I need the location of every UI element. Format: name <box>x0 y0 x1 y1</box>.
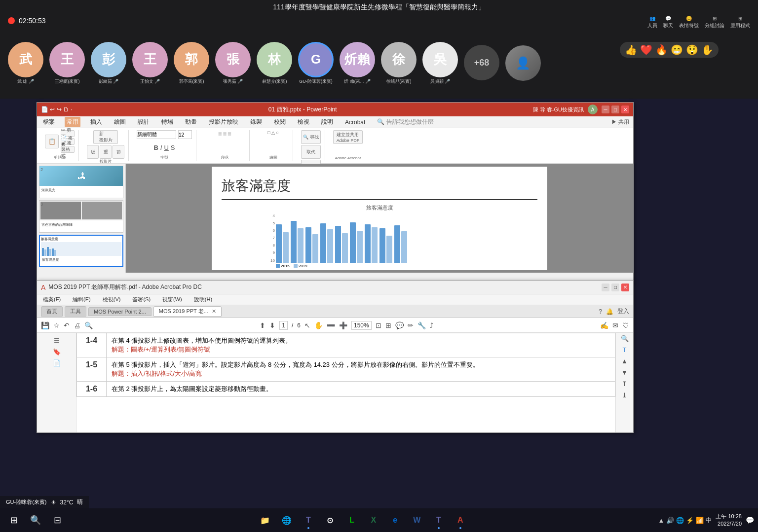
participant-11[interactable]: 吳吳貞穎 🎤 <box>422 42 458 85</box>
reaction-emoji-5[interactable]: ✋ <box>701 44 714 56</box>
reaction-emoji-4[interactable]: 😲 <box>686 44 698 56</box>
ppt-restore-button[interactable]: □ <box>611 106 619 113</box>
pdf-undo-icon[interactable]: ↶ <box>64 321 70 329</box>
italic-button[interactable]: I <box>160 144 162 151</box>
menu-search[interactable]: 🔍 告訴我您想做什麼 <box>375 117 435 127</box>
share-button[interactable]: ▶ 共用 <box>611 118 629 126</box>
pdf-sidebar-pages-icon[interactable]: 📄 <box>53 359 61 367</box>
reset-button[interactable]: 重 <box>100 145 112 159</box>
participant-1[interactable]: 武武 雄 🎤 <box>8 42 43 85</box>
pdf-print-icon[interactable]: 🖨 <box>74 321 80 329</box>
apps-button[interactable]: ⊞ 應用程式 <box>730 16 750 29</box>
pdf-sidebar-nav-icon[interactable]: ☰ <box>54 337 60 344</box>
menu-animations[interactable]: 動畫 <box>183 117 199 127</box>
pdf-search-icon[interactable]: 🔍 <box>84 321 93 329</box>
menu-draw[interactable]: 繪圖 <box>112 117 128 127</box>
chat-button[interactable]: 💬 聊天 <box>663 16 673 29</box>
pdf-tab-1[interactable]: MOS Power Point 2... <box>88 307 152 316</box>
start-button[interactable]: ⊞ <box>4 510 24 530</box>
tray-network-icon[interactable]: 🌐 <box>676 517 684 524</box>
breakout-button[interactable]: ⊞ 分組討論 <box>705 16 724 29</box>
pdf-menu-view[interactable]: 檢視(V) <box>101 295 123 304</box>
participant-10[interactable]: 徐徐瑤喆(來賓) <box>381 42 417 85</box>
word-app[interactable]: W <box>407 510 427 530</box>
menu-acrobat[interactable]: Acrobat <box>343 118 367 127</box>
pdf-tab-2-close[interactable]: ✕ <box>212 308 216 314</box>
excel-app[interactable]: X <box>364 510 383 530</box>
slide-thumb-3[interactable]: 3 古色古香的台灣陣陣 <box>39 200 123 233</box>
pdf-close-button[interactable]: ✕ <box>621 284 629 291</box>
pdf-menu-edit[interactable]: 編輯(E) <box>71 295 93 304</box>
pdf-menu-sign[interactable]: 簽署(S) <box>130 295 152 304</box>
reaction-emoji-1[interactable]: ❤️ <box>640 44 652 56</box>
pdf-restore-button[interactable]: □ <box>611 284 619 291</box>
pdf-menu-window[interactable]: 視窗(W) <box>160 295 184 304</box>
search-button[interactable]: 🔍 <box>26 510 45 530</box>
pdf-fit-icon[interactable]: ⊡ <box>376 321 381 329</box>
participant-2[interactable]: 王王翊庭(來賓) <box>49 42 85 85</box>
pdf-bookmark-icon[interactable]: ☆ <box>53 321 60 329</box>
participant-7[interactable]: 林林慧介(來賓) <box>257 42 292 85</box>
menu-slideshow[interactable]: 投影片放映 <box>207 117 240 127</box>
pdf-pen-icon[interactable]: ✏ <box>408 321 414 329</box>
font-family-input[interactable] <box>137 130 176 139</box>
slide-thumb-2[interactable]: 2 🏞 河岸風光 <box>39 166 123 198</box>
pdf-sidebar-bookmark-icon[interactable]: 🔖 <box>53 348 61 355</box>
menu-home[interactable]: 常用 <box>65 117 80 127</box>
pdf-save-icon[interactable]: 💾 <box>41 321 49 329</box>
pdf-panel-translate-icon[interactable]: T <box>623 346 627 354</box>
reaction-emoji-3[interactable]: 😁 <box>671 44 683 56</box>
paste-button[interactable]: 📋 <box>45 135 59 148</box>
menu-file[interactable]: 檔案 <box>41 117 57 127</box>
pdf-hand-icon[interactable]: ✋ <box>314 321 323 329</box>
pdf-panel-search-icon[interactable]: 🔍 <box>621 335 629 342</box>
underline-button[interactable]: U <box>164 144 168 151</box>
bold-button[interactable]: B <box>153 144 158 151</box>
pdf-panel-top-icon[interactable]: ⤒ <box>622 380 627 388</box>
pdf-notification-icon[interactable]: 🔔 <box>606 308 613 315</box>
teams-app[interactable]: T <box>299 510 318 530</box>
tray-ime-icon[interactable]: 中 <box>706 516 712 525</box>
pdf-zoom-in-icon[interactable]: ➕ <box>339 321 347 329</box>
ppt-close-button[interactable]: ✕ <box>621 106 629 113</box>
pdf-cursor-icon[interactable]: ↖ <box>304 321 310 329</box>
taskbar-datetime[interactable]: 上午 10:28 2022/7/20 <box>716 513 742 528</box>
pdf-share-icon[interactable]: ⤴ <box>430 321 433 329</box>
pdf-zoom-out-icon[interactable]: ➖ <box>327 321 335 329</box>
emoji-reactions-button[interactable]: 😊 表情符號 <box>679 16 699 29</box>
menu-record[interactable]: 錄製 <box>248 117 264 127</box>
menu-view[interactable]: 檢視 <box>296 117 311 127</box>
layout-button[interactable]: 版 <box>87 145 99 159</box>
pdf-page-current[interactable]: 1 <box>279 321 288 330</box>
pdf-fillsign-icon[interactable]: ✍ <box>600 321 608 329</box>
pdf-signin-button[interactable]: 登入 <box>617 307 629 316</box>
teams2-app[interactable]: T <box>429 510 449 530</box>
pdf-panel-bottom-icon[interactable]: ⤓ <box>622 391 627 399</box>
align-left-button[interactable]: ≡ <box>218 130 222 138</box>
reaction-emoji-2[interactable]: 🔥 <box>655 44 668 56</box>
pdf-tools-icon[interactable]: 🔧 <box>417 321 426 329</box>
pdf-help-button[interactable]: ? <box>599 308 602 315</box>
new-slide-button[interactable]: 新投影片 <box>93 130 118 144</box>
people-button[interactable]: 👥 人員 <box>647 16 657 29</box>
tray-wifi-icon[interactable]: 📶 <box>696 517 704 524</box>
line-app[interactable]: L <box>342 510 362 530</box>
pdf-menu-file[interactable]: 檔案(F) <box>41 295 63 304</box>
pdf-sendmail-icon[interactable]: ✉ <box>612 321 618 329</box>
align-right-button[interactable]: ≡ <box>227 130 231 138</box>
edge-browser-app[interactable]: 🌐 <box>277 510 297 530</box>
create-pdf-button[interactable]: 建立並共用Adobe PDF <box>333 130 363 144</box>
participant-9[interactable]: 炘賴炘 賴(來... 🎤 <box>340 42 375 85</box>
tray-expand-icon[interactable]: ▲ <box>658 517 665 524</box>
participant-12[interactable]: +68 <box>464 45 499 81</box>
slide-thumb-4[interactable]: 4 旅客滿意度 旅客滿意度 <box>39 235 123 267</box>
pdf-panel-down-icon[interactable]: ▼ <box>621 369 628 376</box>
participant-6[interactable]: 張張秀茹 🎤 <box>215 42 251 85</box>
align-center-button[interactable]: ≡ <box>223 130 227 138</box>
participant-3[interactable]: 彭彭綺茹 🎤 <box>91 42 126 85</box>
pdf-menu-help[interactable]: 說明(H) <box>192 295 214 304</box>
pdf-toolbar-tools[interactable]: 工具 <box>65 306 86 317</box>
font-size-input[interactable] <box>178 130 192 139</box>
replace-button[interactable]: 取代 <box>301 145 321 159</box>
file-explorer-app[interactable]: 📁 <box>255 510 275 530</box>
